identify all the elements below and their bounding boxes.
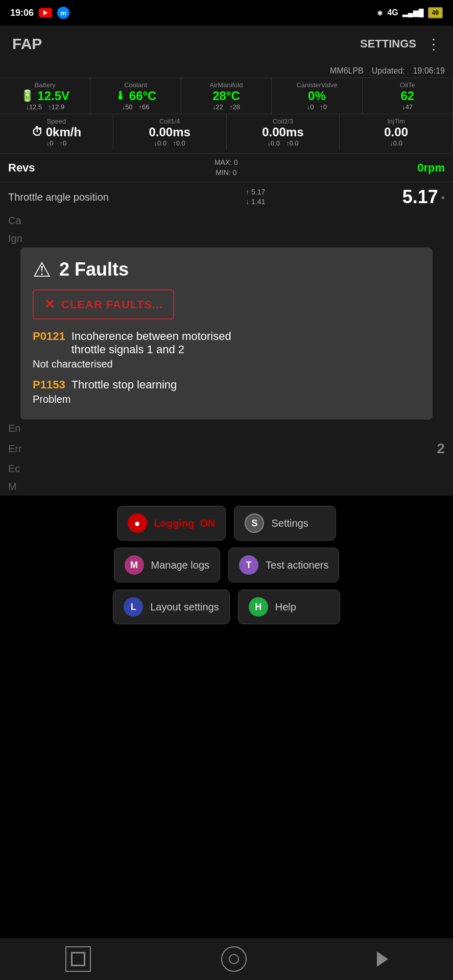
fault-status-2: Problem [33, 394, 420, 405]
coil14-cell: Coil1/4 0.00ms 0.0 0.0 [113, 114, 227, 150]
speed-cell: Speed ⏱ 0km/h 0 0 [0, 114, 113, 150]
help-icon: H [249, 597, 268, 617]
throttle-row: Throttle angle position ↑ 5.17 ↓ 1.41 5.… [0, 182, 453, 212]
status-bar: 19:06 m ∗ 4G ▂▄▆█ 49 [0, 0, 453, 26]
coolant-label: Coolant [94, 81, 176, 89]
bg-row-ca: Ca [0, 212, 453, 230]
airmanifold-minmax: 22 28 [185, 103, 267, 111]
device-id: MM6LPB [330, 66, 364, 76]
airmanifold-value: 28°C [185, 89, 267, 103]
bg-row-en: En [0, 420, 453, 437]
bg-err-num: 2 [437, 440, 445, 457]
bottom-buttons-panel: ● Logging ON S Settings M Manage logs T … [0, 496, 453, 642]
coolant-minmax: 50 66 [94, 103, 176, 111]
modal-overlay: Ca Ign ⚠ 2 Faults ✕ CLEAR FAULTS... P012… [0, 212, 453, 496]
fault-desc-2: Throttle stop learning [71, 378, 177, 391]
nav-home-button[interactable] [221, 946, 247, 972]
more-options-icon[interactable]: ⋮ [426, 36, 441, 53]
logging-icon: ● [128, 513, 147, 533]
coolant-cell: Coolant 🌡 66°C 50 66 [90, 78, 181, 114]
clear-faults-label: CLEAR FAULTS... [61, 298, 163, 311]
logging-label: Logging ON [154, 518, 216, 529]
battery-value: 🔋 12.5V [4, 89, 86, 103]
oiltemp-label: OilTe [367, 81, 448, 89]
throttle-current-value: 5.17 [402, 186, 438, 208]
injtim-cell: InjTim 0.00 0.0 [340, 114, 453, 150]
settings-button[interactable]: S Settings [234, 506, 336, 541]
coil14-label: Coil1/4 [117, 117, 222, 125]
battery-label: Battery [4, 81, 86, 89]
throttle-minmax: ↑ 5.17 ↓ 1.41 [246, 187, 265, 207]
btn-row-2: M Manage logs T Test actioners [8, 548, 445, 582]
bg-label-en: En [8, 423, 20, 434]
coil23-value: 0.00ms [231, 125, 336, 139]
airmanifold-cell: AirManifold 28°C 22 28 [181, 78, 272, 114]
bg-row-err: Err 2 [0, 437, 453, 460]
injtim-minmax: 0.0 [344, 139, 448, 147]
test-actioners-button[interactable]: T Test actioners [228, 548, 339, 582]
fault-code-2: P1153 [33, 378, 65, 391]
fault-desc-1: Incoherence between motorisedthrottle si… [71, 330, 231, 356]
manage-logs-label: Manage logs [151, 559, 210, 571]
help-button[interactable]: H Help [238, 590, 340, 624]
clear-x-icon: ✕ [44, 297, 55, 312]
manage-logs-icon: M [125, 555, 144, 575]
canistervalve-label: CanisterValve [276, 81, 357, 89]
messenger-icon: m [57, 7, 69, 19]
speed-value: ⏱ 0km/h [4, 125, 109, 139]
settings-button[interactable]: SETTINGS [360, 37, 416, 51]
throttle-label: Throttle angle position [8, 191, 109, 203]
canistervalve-minmax: 0 0 [276, 103, 357, 111]
app-header: FAP SETTINGS ⋮ [0, 26, 453, 62]
revs-bar: Revs MAX: 0 MIN: 0 0rpm [0, 153, 453, 182]
help-label: Help [275, 601, 296, 613]
throttle-down: ↓ 1.41 [246, 197, 265, 207]
oiltemp-cell: OilTe 62 47 [363, 78, 453, 114]
sensor-grid-row2: Speed ⏱ 0km/h 0 0 Coil1/4 0.00ms 0.0 0.0… [0, 114, 453, 150]
data-panel: MM6LPB Updated: 19:06:19 Battery 🔋 12.5V… [0, 62, 453, 153]
oiltemp-value: 62 [367, 89, 448, 103]
battery-cell: Battery 🔋 12.5V 12.5 12.9 [0, 78, 90, 114]
stop-icon [71, 952, 85, 966]
clear-faults-button[interactable]: ✕ CLEAR FAULTS... [33, 289, 174, 320]
nav-back-button[interactable] [377, 951, 388, 967]
bottom-spacer [0, 642, 453, 846]
network-icon: 4G [387, 8, 398, 17]
airmanifold-label: AirManifold [185, 81, 267, 89]
logging-button[interactable]: ● Logging ON [117, 506, 226, 541]
oiltemp-minmax: 47 [367, 103, 448, 111]
time-display: 19:06 [10, 8, 34, 18]
settings-label: Settings [271, 518, 308, 529]
battery-indicator: 49 [428, 7, 443, 18]
test-actioners-icon: T [239, 555, 258, 575]
layout-settings-label: Layout settings [150, 601, 219, 613]
bg-label-m: M [8, 481, 17, 493]
test-actioners-label: Test actioners [266, 559, 328, 571]
bg-label-err: Err [8, 443, 22, 455]
app-title: FAP [12, 35, 42, 53]
bg-label-ign: Ign [8, 233, 22, 244]
header-right: SETTINGS ⋮ [360, 36, 441, 53]
nav-stop-button[interactable] [65, 946, 91, 972]
fault-code-1: P0121 [33, 330, 65, 343]
bg-label-ca: Ca [8, 215, 21, 227]
layout-settings-button[interactable]: L Layout settings [113, 590, 230, 624]
bg-label-ec: Ec [8, 463, 20, 475]
revs-min: MIN: 0 [214, 168, 238, 178]
throttle-up: ↑ 5.17 [246, 187, 265, 198]
throttle-unit: ° [441, 195, 445, 206]
nav-bar [0, 938, 453, 980]
bg-row-ec: Ec [0, 460, 453, 478]
fault-status-1: Not characterised [33, 358, 420, 370]
coil23-cell: Coil2/3 0.00ms 0.0 0.0 [227, 114, 340, 150]
canistervalve-cell: CanisterValve 0% 0 0 [272, 78, 362, 114]
youtube-icon [39, 8, 52, 17]
home-icon [229, 954, 239, 964]
sensor-grid-row1: Battery 🔋 12.5V 12.5 12.9 Coolant 🌡 66°C… [0, 78, 453, 114]
revs-value: 0rpm [417, 161, 445, 175]
revs-max: MAX: 0 [214, 158, 238, 168]
status-left: 19:06 m [10, 7, 69, 19]
manage-logs-button[interactable]: M Manage logs [114, 548, 221, 582]
update-row: MM6LPB Updated: 19:06:19 [0, 65, 453, 78]
injtim-label: InjTim [344, 117, 448, 125]
